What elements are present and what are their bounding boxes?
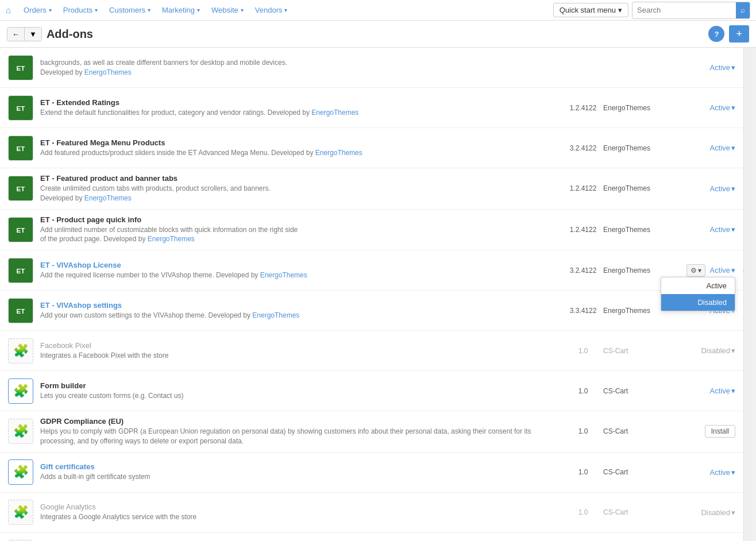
svg-text:ET: ET <box>17 267 26 275</box>
vendor-link[interactable]: EnergoThemes <box>84 68 132 76</box>
quick-start-button[interactable]: Quick start menu ▾ <box>553 3 628 17</box>
caret-icon: ▾ <box>731 225 735 234</box>
addon-icon: ET <box>8 217 33 242</box>
status-active[interactable]: Active ▾ <box>710 103 735 112</box>
nav-item-vendors[interactable]: Vendors ▾ <box>249 0 294 20</box>
nav-item-marketing[interactable]: Marketing ▾ <box>156 0 206 20</box>
et-logo: ET <box>10 260 31 281</box>
addon-icon: 🧩 <box>8 419 33 444</box>
addon-status: Active ▾ <box>672 63 735 72</box>
vendor-link[interactable]: EnergoThemes <box>260 271 307 279</box>
annotation-arrow: ← 2 <box>740 264 743 277</box>
status-active[interactable]: Active ▾ <box>710 184 735 193</box>
puzzle-icon: 🧩 <box>13 505 29 520</box>
addon-version: 3.2.4122 <box>563 144 603 152</box>
addon-name-link[interactable]: ET - VIVAshop settings <box>40 301 563 310</box>
list-item: 🧩 Facebook Pixel Integrates a Facebook P… <box>0 331 743 371</box>
addon-version: 1.0 <box>563 508 603 516</box>
addon-name-link[interactable]: Gift certificates <box>40 462 563 471</box>
page-title: Add-ons <box>47 28 704 41</box>
addon-info: Gift certificates Adds a built-in gift c… <box>40 462 563 482</box>
addon-vendor: CS-Cart <box>603 468 672 476</box>
top-navigation: ⌂ Orders ▾ Products ▾ Customers ▾ Market… <box>0 0 756 21</box>
search-box: ⌕ <box>632 2 750 19</box>
vendor-link[interactable]: EnergoThemes <box>252 311 299 319</box>
et-logo: ET <box>10 219 31 240</box>
addon-vendor: EnergoThemes <box>603 104 672 112</box>
add-button[interactable]: + <box>729 25 749 42</box>
addon-icon: ET <box>8 298 33 323</box>
status-disabled[interactable]: Disabled ▾ <box>701 508 735 517</box>
back-button[interactable]: ← <box>7 28 25 41</box>
caret-icon: ▾ <box>731 144 735 152</box>
nav-item-products[interactable]: Products ▾ <box>57 0 103 20</box>
caret-icon: ▾ <box>731 387 735 395</box>
search-icon: ⌕ <box>740 6 745 14</box>
addon-description: backgrounds, as well as create different… <box>40 58 563 78</box>
list-item: ET ET - Featured Mega Menu Products Add … <box>0 128 743 168</box>
addon-description: Add featured products/product sliders in… <box>40 148 563 158</box>
arrow-icon: ← <box>740 264 743 277</box>
addon-name: ET - Extended Ratings <box>40 98 563 107</box>
gear-button[interactable]: ⚙ ▾ <box>686 264 705 277</box>
addon-icon: 🧩 <box>8 338 33 364</box>
status-active[interactable]: Active ▾ <box>710 63 735 72</box>
addon-info: Form builder Lets you create custom form… <box>40 381 563 401</box>
back-dropdown-button[interactable]: ▼ <box>25 28 41 41</box>
status-active[interactable]: Active ▾ <box>710 468 735 477</box>
page-header: ← ▼ Add-ons ? + <box>0 21 756 48</box>
dropdown-item-disabled[interactable]: Disabled <box>661 294 735 311</box>
help-button[interactable]: ? <box>708 26 724 42</box>
addon-name-link[interactable]: ET - VIVAshop License <box>40 261 563 269</box>
addon-icon: ET <box>8 258 33 283</box>
search-button[interactable]: ⌕ <box>736 2 750 18</box>
vendor-link[interactable]: EnergoThemes <box>148 235 195 243</box>
addon-version: 1.2.4122 <box>563 104 603 112</box>
addon-status: Install <box>672 425 735 438</box>
addon-description: Add unlimited number of customizable blo… <box>40 225 563 245</box>
list-item: 🧩 Google export Expands the Data Feeds a… <box>0 533 743 541</box>
vendor-link[interactable]: EnergoThemes <box>315 149 362 157</box>
status-active[interactable]: Active ▾ <box>710 144 735 152</box>
puzzle-icon: 🧩 <box>13 343 29 358</box>
gear-caret: ▾ <box>698 266 701 275</box>
status-disabled[interactable]: Disabled ▾ <box>701 346 735 355</box>
install-button[interactable]: Install <box>705 425 735 438</box>
addon-info: GDPR Compliance (EU) Helps you to comply… <box>40 417 563 446</box>
svg-text:ET: ET <box>17 105 26 112</box>
quick-start-arrow: ▾ <box>618 6 622 14</box>
nav-item-website[interactable]: Website ▾ <box>206 0 249 20</box>
addon-vendor: CS-Cart <box>603 387 672 395</box>
puzzle-blue-icon: 🧩 <box>13 465 29 480</box>
vendors-arrow: ▾ <box>284 7 287 13</box>
addon-status: ⚙ ▾ Active ▾ Active Disabled ← 2 <box>672 264 735 277</box>
addon-vendor: CS-Cart <box>603 427 672 435</box>
list-item: 🧩 Google Analytics Integrates a Google A… <box>0 493 743 533</box>
addon-info: ET - VIVAshop License Add the required l… <box>40 261 563 280</box>
addon-version: 3.2.4122 <box>563 266 603 275</box>
back-button-group: ← ▼ <box>7 27 42 41</box>
addon-icon: 🧩 <box>8 378 33 404</box>
addon-vendor: EnergoThemes <box>603 184 672 192</box>
vendor-link[interactable]: EnergoThemes <box>311 109 358 117</box>
nav-item-orders[interactable]: Orders ▾ <box>18 0 57 20</box>
dropdown-item-active[interactable]: Active <box>661 277 735 294</box>
et-logo: ET <box>10 57 31 78</box>
addon-description: Create unlimited custom tabs with produc… <box>40 184 563 203</box>
list-item: ET ET - VIVAshop License Add the require… <box>0 250 743 291</box>
nav-item-customers[interactable]: Customers ▾ <box>103 0 156 20</box>
status-active[interactable]: Active ▾ <box>710 387 735 395</box>
status-active-button[interactable]: Active ▾ <box>710 266 735 275</box>
caret-icon: ▾ <box>731 468 735 477</box>
search-input[interactable] <box>632 3 736 17</box>
addon-name: Form builder <box>40 381 563 390</box>
home-icon[interactable]: ⌂ <box>6 5 11 15</box>
status-dropdown-menu: Active Disabled <box>661 277 735 311</box>
addon-version: 1.0 <box>563 468 603 476</box>
addon-info: ET - VIVAshop settings Add your own cust… <box>40 301 563 320</box>
addon-info: Facebook Pixel Integrates a Facebook Pix… <box>40 341 563 361</box>
puzzle-blue-icon: 🧩 <box>13 384 29 399</box>
status-active[interactable]: Active ▾ <box>710 225 735 234</box>
vendor-link[interactable]: EnergoThemes <box>84 194 132 202</box>
addon-vendor: CS-Cart <box>603 508 672 516</box>
